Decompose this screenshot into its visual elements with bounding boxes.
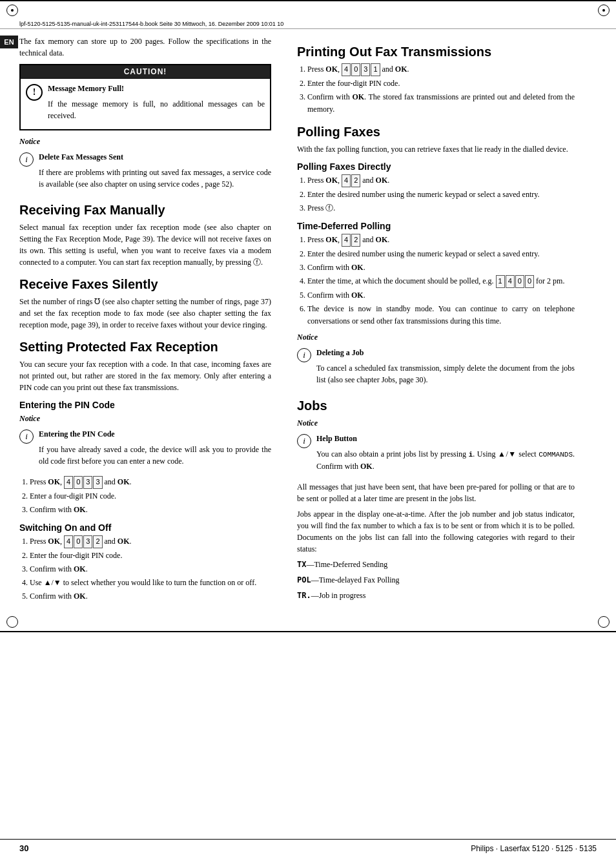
notice-deleting-content: Deleting a Job To cancel a scheduled fax… [316,347,575,389]
notice-pin-content: Entering the PIN Code If you have alread… [39,428,271,471]
caution-title: Message Memory Full! [48,83,265,94]
notice-deleting-title: Deleting a Job [316,347,575,358]
section-polling-heading: Polling Faxes [297,125,575,139]
intro-text: The fax memory can store up to 200 pages… [19,36,271,59]
time-deferred-step-1: Press OK, 42 and OK. [307,234,575,247]
section-pin-code-heading: Entering the PIN Code [19,400,271,410]
polling-directly-step-1: Press OK, 42 and OK. [307,174,575,187]
notice-deleting-icon: i [297,348,311,362]
notice1-label: Notice [19,136,271,147]
notice-help-content: Help Button You can also obtain a print … [316,433,575,476]
pin-step-2: Enter a four-digit PIN code. [30,490,271,502]
time-deferred-step-3: Confirm with OK. [307,262,575,274]
notice-pin-title: Entering the PIN Code [39,428,271,440]
polling-directly-step-2: Enter the desired number using the numer… [307,189,575,201]
page-footer: 30 Philips · Laserfax 5120 · 5125 · 5135 [0,839,616,857]
notice-help-body: You can also obtain a print jobs list by… [316,448,575,472]
notice-pin-label: Notice [19,413,271,424]
switch-step-1: Press OK, 4032 and OK. [30,535,271,548]
jobs-para1: All messages that just have been sent, t… [297,481,575,504]
section-jobs-heading: Jobs [297,398,575,413]
notice-pin-body: If you have already saved a code, the de… [39,444,271,467]
notice-pin-code: Notice i Entering the PIN Code If you ha… [19,413,271,471]
notice1-body: If there are problems with printing out … [39,167,271,190]
caution-body: If the message memory is full, no additi… [48,98,265,121]
switch-steps: Press OK, 4032 and OK. Enter the four-di… [30,535,271,603]
printing-steps: Press OK, 4031 and OK. Enter the four-di… [307,63,575,116]
pin-step-1: Press OK, 4033 and OK. [30,476,271,489]
time-deferred-step-6: The device is now in standby mode. You c… [307,303,575,327]
printing-step-3: Confirm with OK. The stored fax transmis… [307,91,575,116]
reg-mark-top-right [598,5,610,16]
left-column: The fax memory can store up to 200 pages… [0,36,284,606]
section-polling-directly-heading: Polling Faxes Directly [297,161,575,172]
footer-page-number: 30 [19,843,28,853]
pin-code-steps: Press OK, 4033 and OK. Enter a four-digi… [30,476,271,516]
reg-mark-bottom-left [6,616,18,628]
footer-brand: Philips · Laserfax 5120 · 5125 · 5135 [471,844,597,853]
polling-directly-steps: Press OK, 42 and OK. Enter the desired n… [307,174,575,214]
jobs-status-tr: TR.—Job in progress [297,590,575,601]
time-deferred-steps: Press OK, 42 and OK. Enter the desired n… [307,234,575,327]
notice-pin-icon: i [19,429,34,444]
printing-step-1: Press OK, 4031 and OK. [307,63,575,76]
section-switch-heading: Switching On and Off [19,522,271,533]
section-printing-heading: Printing Out Fax Transmissions [297,45,575,59]
section-receiving-fax-heading: Receiving Fax Manually [19,203,271,218]
reg-mark-top-left [6,5,18,16]
section-receive-silently-heading: Receive Faxes Silently [19,277,271,292]
language-label: EN [0,36,18,48]
notice1-title: Delete Fax Messages Sent [39,151,271,163]
header-info: lpf-5120-5125-5135-manual-uk-int-2531175… [0,19,616,29]
caution-content: Message Memory Full! If the message memo… [48,83,265,125]
caution-box: CAUTION! ! Message Memory Full! If the m… [19,64,271,130]
switch-step-2: Enter the four-digit PIN code. [30,550,271,562]
notice1-content: Delete Fax Messages Sent If there are pr… [39,151,271,194]
section-receiving-fax-body: Select manual fax reception under fax re… [19,222,271,268]
notice-help-icon: i [297,434,311,448]
notice-deleting-job: Notice i Deleting a Job To cancel a sche… [297,331,575,389]
caution-header: CAUTION! [21,65,270,78]
jobs-para2: Jobs appear in the display one-at-a-time… [297,508,575,555]
switch-step-4: Use ▲/▼ to select whether you would like… [30,577,271,589]
reg-mark-bottom-right [598,616,610,628]
notice-delete-fax: Notice i Delete Fax Messages Sent If the… [19,136,271,194]
caution-icon: ! [26,84,43,101]
top-registration-bar [0,0,616,19]
notice1-icon: i [19,152,34,167]
section-receive-silently-body: Set the number of rings ℧ (see also chap… [19,296,271,331]
right-column: Printing Out Fax Transmissions Press OK,… [284,36,594,606]
notice-deleting-body: To cancel a scheduled fax transmission, … [316,362,575,386]
section-polling-intro: With the fax polling function, you can r… [297,143,575,155]
notice-help-label: Notice [297,417,575,429]
bottom-registration-bar [0,613,616,632]
pin-step-3: Confirm with OK. [30,504,271,516]
jobs-status-tx: TX—Time-Deferred Sending [297,559,575,570]
polling-directly-step-3: Press ⓕ. [307,202,575,214]
notice-help-button: Notice i Help Button You can also obtain… [297,417,575,476]
switch-step-5: Confirm with OK. [30,590,271,603]
printing-step-2: Enter the four-digit PIN code. [307,77,575,90]
jobs-status-pol: POL—Time-delayed Fax Polling [297,574,575,586]
notice-deleting-label: Notice [297,331,575,343]
time-deferred-step-5: Confirm with OK. [307,289,575,302]
notice-help-title: Help Button [316,433,575,444]
time-deferred-step-4: Enter the time, at which the document sh… [307,275,575,288]
time-deferred-step-2: Enter the desired number using the numer… [307,248,575,260]
section-protected-fax-heading: Setting Protected Fax Reception [19,340,271,355]
switch-step-3: Confirm with OK. [30,563,271,575]
section-time-deferred-heading: Time-Deferred Polling [297,221,575,231]
section-protected-fax-body: You can secure your fax reception with a… [19,358,271,393]
